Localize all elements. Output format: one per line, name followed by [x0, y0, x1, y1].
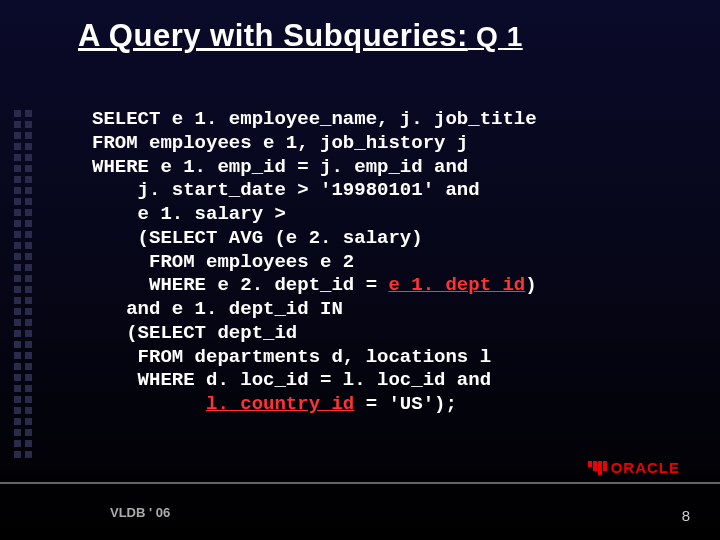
oracle-logo: ORACLE: [588, 459, 680, 476]
slide: A Query with Subqueries: Q 1: [0, 0, 720, 540]
code-line: j. start_date > '19980101' and: [92, 179, 480, 201]
code-highlight: l. country_id: [206, 393, 354, 415]
sql-code: SELECT e 1. employee_name, j. job_title …: [92, 108, 537, 417]
code-line: FROM employees e 1, job_history j: [92, 132, 468, 154]
code-highlight: e 1. dept_id: [388, 274, 525, 296]
code-line: FROM employees e 2: [92, 251, 354, 273]
code-line: FROM departments d, locations l: [92, 346, 491, 368]
logo-text: ORACLE: [611, 459, 680, 476]
code-line: (SELECT AVG (e 2. salary): [92, 227, 423, 249]
code-line: ): [525, 274, 536, 296]
code-line: e 1. salary >: [92, 203, 286, 225]
slide-title: A Query with Subqueries: Q 1: [78, 18, 523, 54]
title-q: Q 1: [468, 21, 523, 52]
page-number: 8: [682, 507, 690, 524]
code-line: SELECT e 1. employee_name, j. job_title: [92, 108, 537, 130]
decorative-dots: [14, 110, 34, 462]
code-line: WHERE e 1. emp_id = j. emp_id and: [92, 156, 468, 178]
code-line: [92, 393, 206, 415]
code-line: and e 1. dept_id IN: [92, 298, 343, 320]
code-line: WHERE d. loc_id = l. loc_id and: [92, 369, 491, 391]
title-main: A Query with Subqueries:: [78, 18, 468, 53]
footer-text: VLDB ' 06: [110, 505, 170, 520]
logo-bars-icon: [588, 461, 607, 475]
code-line: (SELECT dept_id: [92, 322, 297, 344]
footer-divider: [0, 482, 720, 484]
code-line: = 'US');: [354, 393, 457, 415]
code-line: WHERE e 2. dept_id =: [92, 274, 388, 296]
